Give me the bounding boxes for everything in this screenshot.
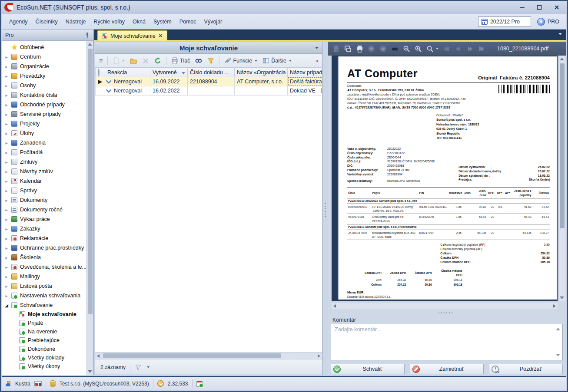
tab-moje-schvalovanie[interactable]: Moje schvaľovanie ✕ xyxy=(97,30,167,41)
sidebar-item-vykaz-prace[interactable]: ▸Výkaz práce xyxy=(2,214,86,224)
expand-arrow-icon[interactable]: ▸ xyxy=(4,112,9,117)
sidebar-item-schvalovanie[interactable]: ◢Schvaľovanie xyxy=(2,300,86,310)
menu-pomoc[interactable]: Pomoc xyxy=(176,17,200,26)
sidebar-item-osvedcenia[interactable]: ▸Osvedčenia, školenia a le... xyxy=(2,262,86,272)
reject-button[interactable]: Zamietnuť xyxy=(410,364,484,374)
expand-arrow-icon[interactable]: ▸ xyxy=(4,208,9,212)
sidebar-item-navrhy-zmluv[interactable]: ▸Návrhy zmlúv xyxy=(2,167,86,176)
expand-arrow-icon[interactable]: ▸ xyxy=(4,141,9,145)
sidebar-item-zmluvy[interactable]: ▸Zmluvy xyxy=(2,157,86,167)
expand-arrow-icon[interactable]: ▸ xyxy=(4,74,9,79)
expand-arrow-icon[interactable]: ▸ xyxy=(4,236,9,241)
sidebar-item-osoby[interactable]: ▸Osoby xyxy=(2,81,86,90)
sidebar-item-servisne-pripady[interactable]: ▸Servisné prípady xyxy=(2,109,86,119)
scroll-thumb[interactable] xyxy=(103,353,281,358)
menu-system[interactable]: Systém xyxy=(149,17,176,26)
find-icon[interactable] xyxy=(391,45,399,53)
sidebar-item-mailingy[interactable]: ▸Mailingy xyxy=(2,272,86,281)
expand-arrow-icon[interactable]: ▸ xyxy=(4,55,9,59)
expand-arrow-icon[interactable]: ▸ xyxy=(4,198,9,203)
scroll-up-icon[interactable] xyxy=(88,43,92,46)
customize-menu-icon[interactable]: ≡ xyxy=(98,56,104,65)
period-input[interactable] xyxy=(490,19,528,25)
sidebar-item-obchodne-pripady[interactable]: ▸Obchodné prípady xyxy=(2,100,86,109)
save-copy-icon[interactable] xyxy=(344,45,352,53)
delete-record-button[interactable] xyxy=(141,56,150,65)
scroll-thumb[interactable] xyxy=(88,49,93,314)
sidebar-item-organizacie[interactable]: ▸Organizácie xyxy=(2,62,86,71)
menu-agendy[interactable]: Agendy xyxy=(5,17,31,26)
open-record-button[interactable] xyxy=(129,56,138,65)
grid-hscrollbar[interactable] xyxy=(95,352,322,359)
pdf-hscrollbar[interactable] xyxy=(332,303,558,309)
scroll-down-icon[interactable] xyxy=(88,370,92,373)
scroll-thumb[interactable] xyxy=(560,63,565,228)
scroll-left-icon[interactable] xyxy=(333,304,336,308)
page-down-icon[interactable] xyxy=(379,45,387,53)
period-field[interactable] xyxy=(478,16,531,27)
prev-page-icon[interactable] xyxy=(455,45,462,53)
zoom-dropdown-icon[interactable] xyxy=(436,48,438,49)
expand-arrow-icon[interactable]: ▸ xyxy=(4,102,9,107)
sidebar-item-oblubene[interactable]: Obľúbené xyxy=(2,43,86,52)
menu-vyvojar[interactable]: Vývojár xyxy=(200,17,226,26)
footer-filter-icon[interactable] xyxy=(135,364,142,371)
more-menu[interactable]: Ďalšie xyxy=(261,56,293,65)
sidebar-item-centrum[interactable]: ▸Centrum xyxy=(2,52,86,62)
sidebar-scrollbar[interactable] xyxy=(86,41,93,375)
expand-arrow-icon[interactable]: ▸ xyxy=(4,246,9,250)
sidebar-item-nastavenia-schvalovania[interactable]: ▸Nastavenia schvaľovania xyxy=(2,291,86,300)
pin-icon[interactable] xyxy=(85,33,90,38)
scroll-right-icon[interactable] xyxy=(318,354,320,358)
expand-arrow-icon[interactable]: ▸ xyxy=(4,217,9,222)
expand-arrow-icon[interactable]: ▸ xyxy=(4,150,9,155)
approve-button[interactable]: Schváliť xyxy=(331,364,405,374)
sidebar-item-pocitadla[interactable]: ▸Počítadlá xyxy=(2,148,86,157)
refresh-button[interactable] xyxy=(153,56,163,65)
print-button[interactable]: Tlač xyxy=(170,56,192,65)
close-button[interactable]: ✕ xyxy=(554,4,559,11)
panel-dropdown-icon[interactable] xyxy=(315,47,319,49)
sidebar-item-vsetky-ukony[interactable]: Všetky úkony xyxy=(2,362,86,371)
sidebar-item-ulohy[interactable]: ▸Úlohy xyxy=(2,128,86,138)
sidebar-item-prevadzky[interactable]: ▸Prevádzky xyxy=(2,71,86,81)
expand-arrow-icon[interactable]: ▸ xyxy=(4,64,9,69)
expand-arrow-icon[interactable]: ▸ xyxy=(4,179,9,184)
sidebar-item-prijate[interactable]: Prijaté xyxy=(2,319,86,327)
sidebar-item-ochranne-prostriedky[interactable]: ▸Ochranné prac.prostriedky xyxy=(2,243,86,253)
page-up-icon[interactable] xyxy=(368,45,375,53)
scroll-down-icon[interactable] xyxy=(560,296,564,299)
zoom-mode-icon[interactable] xyxy=(426,45,434,53)
column-header-organizacia[interactable]: Názov «Organizácia ... xyxy=(235,68,288,77)
sidebar-item-dokoncene[interactable]: Dokončené xyxy=(2,345,86,353)
table-row[interactable]: ▶ Nereagoval 16.09.2022 221088904 AT Com… xyxy=(96,77,322,86)
footer-filter-dropdown-icon[interactable] xyxy=(147,366,149,368)
sidebar-item-dokumenty-rocne[interactable]: ▸Dokumenty ročné xyxy=(2,205,86,214)
scroll-left-icon[interactable] xyxy=(97,354,100,358)
menu-ciselniky[interactable]: Číselníky xyxy=(31,17,61,26)
menu-okna[interactable]: Okná xyxy=(129,17,149,26)
column-header-nazov-pripadu[interactable]: Názov prípadu xyxy=(288,68,322,77)
functions-menu[interactable]: Funkcie xyxy=(223,56,259,65)
first-page-icon[interactable] xyxy=(443,45,450,53)
column-header-cislo-dokladu[interactable]: Číslo dokladu ... xyxy=(188,68,235,77)
comment-input[interactable]: Zadajte komentár... xyxy=(331,324,563,360)
expand-arrow-icon[interactable]: ▸ xyxy=(4,122,9,126)
sidebar-item-zakazky[interactable]: ▸Zákazky xyxy=(2,224,86,234)
horizontal-splitter[interactable] xyxy=(438,312,452,314)
pdf-vscrollbar[interactable] xyxy=(558,56,565,301)
column-header-reakcia[interactable]: Reakcia xyxy=(105,68,150,77)
sidebar-item-vsetky-doklady[interactable]: Všetky doklady xyxy=(2,353,86,362)
scroll-right-icon[interactable] xyxy=(553,304,556,308)
reaction-icon[interactable] xyxy=(106,78,112,83)
sidebar-item-reklamacie[interactable]: ▸Reklamácie xyxy=(2,234,86,243)
collapse-arrow-icon[interactable]: ◢ xyxy=(4,303,9,308)
expand-arrow-icon[interactable]: ▸ xyxy=(4,227,9,231)
expand-arrow-icon[interactable]: ▸ xyxy=(4,284,9,289)
expand-arrow-icon[interactable]: ▸ xyxy=(4,83,9,88)
zoom-in-icon[interactable] xyxy=(415,45,422,53)
menu-rychle-volby[interactable]: Rýchle voľby xyxy=(90,17,129,26)
maximize-button[interactable]: ☐ xyxy=(537,4,542,11)
expand-arrow-icon[interactable]: ▸ xyxy=(4,169,9,174)
scroll-up-icon[interactable] xyxy=(556,328,560,330)
